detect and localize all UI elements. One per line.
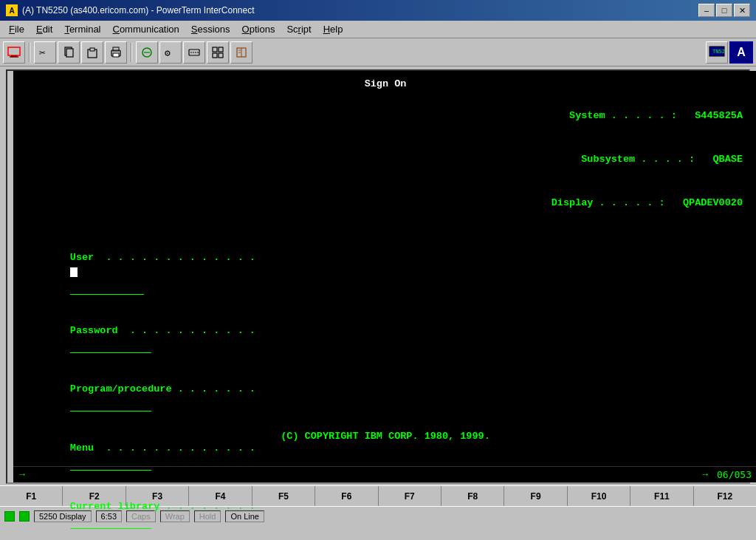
user-field[interactable] <box>70 279 144 295</box>
svg-rect-5 <box>66 49 73 57</box>
sep1 <box>29 43 30 62</box>
terminal-title: Sign On <box>22 77 749 92</box>
user-label: User . . . . . . . . . . . . . <box>70 252 261 263</box>
settings-button[interactable]: ⚙ <box>159 41 182 64</box>
svg-text:✂: ✂ <box>39 47 46 58</box>
book-button[interactable] <box>230 41 252 64</box>
window-controls: – □ ✕ <box>698 4 750 17</box>
subsystem-label: Subsystem . . . . : <box>581 154 712 165</box>
program-label: Program/procedure . . . . . . . <box>70 383 261 394</box>
password-label: Password . . . . . . . . . . . <box>70 325 261 336</box>
macro-button[interactable] <box>183 41 205 64</box>
menu-communication[interactable]: Communication <box>107 22 185 36</box>
svg-rect-21 <box>213 53 217 58</box>
terminal-icon-right[interactable]: A <box>729 41 753 64</box>
menu-script[interactable]: Script <box>281 22 317 36</box>
maximize-button[interactable]: □ <box>716 4 732 17</box>
menu-options[interactable]: Options <box>236 22 281 36</box>
toolbar: ✂ ⚙ TN52 A <box>0 38 756 66</box>
program-line: Program/procedure . . . . . . . <box>22 368 749 426</box>
system-value: S445825A <box>695 110 743 121</box>
user-line: User . . . . . . . . . . . . . <box>22 236 749 310</box>
terminal-icon-left[interactable]: TN52 <box>706 41 728 64</box>
menu-edit[interactable]: Edit <box>30 22 58 36</box>
library-label: Current library . . . . . . . . <box>70 501 261 512</box>
cut-button[interactable]: ✂ <box>34 41 56 64</box>
library-field[interactable] <box>70 513 151 529</box>
copyright-text: (C) COPYRIGHT IBM CORP. 1980, 1999. <box>281 431 490 442</box>
svg-rect-20 <box>219 47 223 52</box>
menu-terminal[interactable]: Terminal <box>58 22 106 36</box>
display-value: QPADEV0020 <box>683 197 743 208</box>
system-line: System . . . . . : S445825A <box>22 95 749 138</box>
menu-bar: File Edit Terminal Communication Session… <box>0 21 756 38</box>
user-cursor[interactable] <box>70 267 78 277</box>
menu-field[interactable] <box>70 455 151 471</box>
password-field[interactable] <box>70 338 151 354</box>
print-button[interactable] <box>105 41 127 64</box>
new-session-button[interactable] <box>3 41 25 64</box>
svg-text:⚙: ⚙ <box>165 48 171 58</box>
svg-rect-19 <box>213 47 217 52</box>
status-indicator-1 <box>4 511 15 522</box>
svg-rect-0 <box>8 47 20 55</box>
grid-button[interactable] <box>207 41 229 64</box>
sep2 <box>131 43 132 62</box>
password-line: Password . . . . . . . . . . . <box>22 309 749 367</box>
menu-file[interactable]: File <box>3 22 30 36</box>
svg-rect-22 <box>219 53 223 58</box>
paste-button[interactable] <box>81 41 103 64</box>
menu-sessions[interactable]: Sessions <box>185 22 236 36</box>
svg-text:TN52: TN52 <box>712 49 725 55</box>
terminal-screen[interactable]: Sign On System . . . . . : S445825A Subs… <box>13 71 756 466</box>
minimize-button[interactable]: – <box>698 4 715 17</box>
close-button[interactable]: ✕ <box>734 4 750 17</box>
title-bar: A (A) TN5250 (as400.ericom.com) - PowerT… <box>0 0 756 21</box>
svg-rect-10 <box>113 53 119 57</box>
terminal-wrapper: Sign On System . . . . . : S445825A Subs… <box>6 69 750 484</box>
erase-button[interactable] <box>136 41 158 64</box>
title-label: (A) TN5250 (as400.ericom.com) - PowerTer… <box>22 5 255 16</box>
subsystem-line: Subsystem . . . . : QBASE <box>22 137 749 181</box>
subsystem-value: QBASE <box>712 154 743 165</box>
svg-rect-7 <box>90 48 94 51</box>
program-field[interactable] <box>70 397 151 412</box>
system-label: System . . . . . : <box>569 110 695 121</box>
display-label: Display . . . . . : <box>551 197 683 208</box>
menu-help[interactable]: Help <box>317 22 349 36</box>
copy-button[interactable] <box>58 41 80 64</box>
app-icon: A <box>6 4 18 16</box>
title-text: A (A) TN5250 (as400.ericom.com) - PowerT… <box>6 4 255 16</box>
display-line: Display . . . . . : QPADEV0020 <box>22 181 749 225</box>
library-line: Current library . . . . . . . . <box>22 485 749 540</box>
